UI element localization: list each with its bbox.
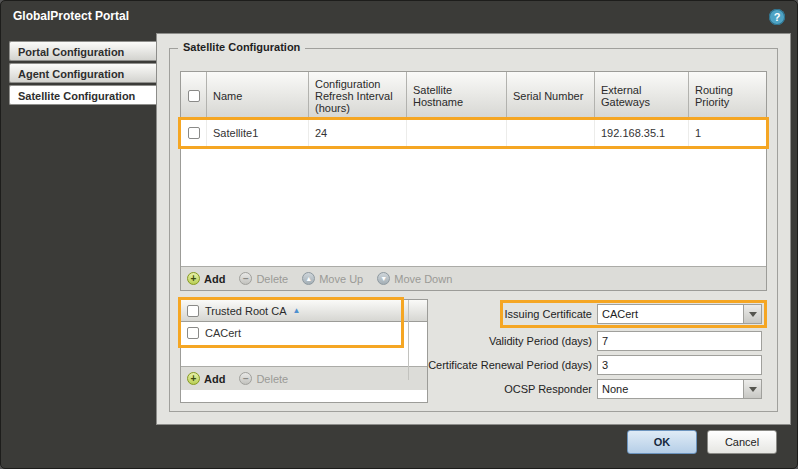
- issuing-certificate-label: Issuing Certificate: [505, 308, 592, 320]
- ocsp-responder-label: OCSP Responder: [504, 383, 592, 395]
- satellite-table: Name Configuration Refresh Interval (hou…: [180, 71, 767, 291]
- trusted-root-ca-header[interactable]: Trusted Root CA ▲: [181, 300, 427, 322]
- chevron-down-icon[interactable]: [743, 380, 761, 398]
- cell-name[interactable]: Satellite1: [207, 120, 309, 146]
- sort-ascending-icon: ▲: [293, 306, 301, 315]
- validity-period-label: Validity Period (days): [489, 335, 592, 347]
- main-panel: Satellite Configuration Name Configurati…: [156, 33, 791, 425]
- ca-row-checkbox[interactable]: [187, 327, 199, 339]
- issuing-certificate-value: CACert: [598, 305, 743, 323]
- move-down-button[interactable]: ▼ Move Down: [377, 272, 452, 285]
- group-title: Satellite Configuration: [178, 41, 305, 53]
- move-down-label: Move Down: [394, 273, 452, 285]
- ocsp-responder-dropdown[interactable]: None: [597, 379, 762, 399]
- select-all-checkbox[interactable]: [188, 90, 200, 102]
- renewal-period-label: Certificate Renewal Period (days): [428, 359, 592, 371]
- renewal-period-row: Certificate Renewal Period (days): [428, 355, 767, 375]
- tab-label: Satellite Configuration: [18, 90, 135, 102]
- satellite-table-header: Name Configuration Refresh Interval (hou…: [181, 72, 766, 120]
- ca-cell-name: CACert: [205, 327, 241, 339]
- tab-label: Portal Configuration: [18, 46, 124, 58]
- cancel-button[interactable]: Cancel: [707, 430, 777, 454]
- ca-add-label: Add: [204, 373, 225, 385]
- cell-serial-number[interactable]: [507, 120, 595, 146]
- column-header-name[interactable]: Name: [207, 72, 309, 120]
- cell-routing-priority[interactable]: 1: [689, 120, 766, 146]
- ca-delete-label: Delete: [256, 373, 288, 385]
- delete-button[interactable]: − Delete: [239, 272, 288, 285]
- dialog-titlebar: GlobalProtect Portal: [1, 1, 797, 31]
- ok-button[interactable]: OK: [627, 430, 697, 454]
- column-header-serial-number[interactable]: Serial Number: [507, 72, 595, 120]
- row-checkbox-cell: [181, 120, 207, 146]
- trusted-root-ca-body: CACert: [181, 322, 427, 366]
- globalprotect-portal-dialog: GlobalProtect Portal ? Portal Configurat…: [0, 0, 798, 469]
- ocsp-responder-value: None: [598, 380, 743, 398]
- dialog-title: GlobalProtect Portal: [13, 9, 129, 23]
- list-item[interactable]: CACert: [181, 322, 427, 344]
- delete-label: Delete: [256, 273, 288, 285]
- chevron-down-icon[interactable]: [743, 305, 761, 323]
- move-up-button[interactable]: ▲ Move Up: [302, 272, 363, 285]
- satellite-configuration-group: Satellite Configuration Name Configurati…: [169, 48, 778, 412]
- ca-add-button[interactable]: + Add: [187, 372, 225, 385]
- satellite-table-body: Satellite1 24 192.168.35.1 1: [181, 120, 766, 266]
- move-up-label: Move Up: [319, 273, 363, 285]
- minus-icon: −: [239, 372, 252, 385]
- column-header-routing-priority[interactable]: Routing Priority: [689, 72, 766, 120]
- add-button[interactable]: + Add: [187, 272, 225, 285]
- row-checkbox[interactable]: [188, 127, 200, 139]
- arrow-down-icon: ▼: [377, 272, 390, 285]
- cell-external-gateways[interactable]: 192.168.35.1: [595, 120, 689, 146]
- trusted-root-ca-toolbar: + Add − Delete: [181, 366, 427, 390]
- ca-select-all-checkbox[interactable]: [187, 305, 199, 317]
- certificate-form: Issuing Certificate CACert Validity Peri…: [428, 299, 767, 403]
- issuing-certificate-dropdown[interactable]: CACert: [597, 304, 762, 324]
- renewal-period-input[interactable]: [597, 355, 762, 375]
- dialog-footer: OK Cancel: [627, 430, 777, 454]
- tab-label: Agent Configuration: [18, 68, 124, 80]
- minus-icon: −: [239, 272, 252, 285]
- column-header-refresh-interval[interactable]: Configuration Refresh Interval (hours): [309, 72, 407, 120]
- issuing-certificate-row: Issuing Certificate CACert: [500, 300, 767, 328]
- plus-icon: +: [187, 372, 200, 385]
- plus-icon: +: [187, 272, 200, 285]
- satellite-table-toolbar: + Add − Delete ▲ Move Up ▼ Move Down: [181, 266, 766, 290]
- add-label: Add: [204, 273, 225, 285]
- validity-period-input[interactable]: [597, 331, 762, 351]
- help-icon[interactable]: ?: [769, 9, 785, 25]
- sidebar-tabs: Portal Configuration Agent Configuration…: [9, 41, 156, 107]
- ocsp-responder-row: OCSP Responder None: [504, 379, 767, 399]
- ca-delete-button[interactable]: − Delete: [239, 372, 288, 385]
- table-row[interactable]: Satellite1 24 192.168.35.1 1: [181, 120, 766, 146]
- column-header-external-gateways[interactable]: External Gateways: [595, 72, 689, 120]
- trusted-root-ca-header-label: Trusted Root CA: [205, 305, 287, 317]
- trusted-root-ca-table: Trusted Root CA ▲ CACert + Add: [180, 299, 428, 403]
- column-header-satellite-hostname[interactable]: Satellite Hostname: [407, 72, 507, 120]
- arrow-up-icon: ▲: [302, 272, 315, 285]
- select-all-header-cell: [181, 72, 207, 120]
- tab-satellite-configuration[interactable]: Satellite Configuration: [9, 85, 156, 105]
- cell-refresh-interval[interactable]: 24: [309, 120, 407, 146]
- validity-period-row: Validity Period (days): [489, 331, 767, 351]
- cell-satellite-hostname[interactable]: [407, 120, 507, 146]
- tab-portal-configuration[interactable]: Portal Configuration: [9, 41, 156, 61]
- tab-agent-configuration[interactable]: Agent Configuration: [9, 63, 156, 83]
